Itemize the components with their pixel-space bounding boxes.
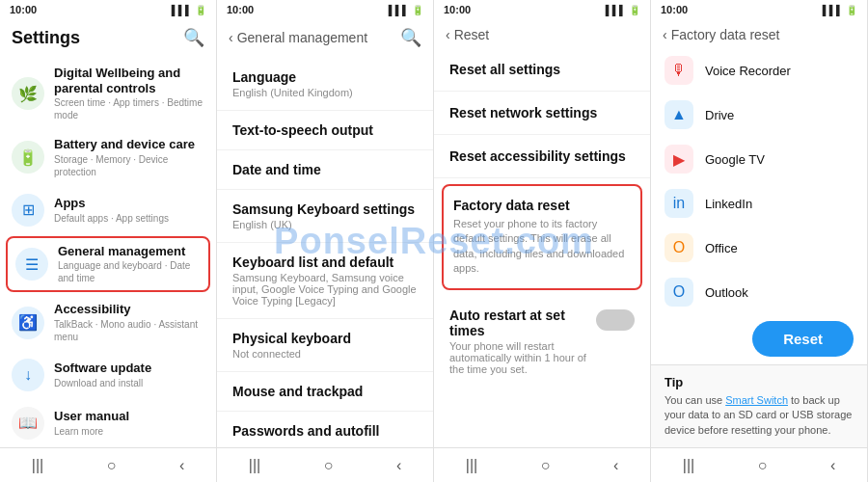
nav-menu-4[interactable]: ||| bbox=[683, 457, 694, 474]
fdr-back[interactable]: ‹ Factory data reset bbox=[663, 27, 780, 42]
settings-item-accessibility[interactable]: ♿ Accessibility TalkBack · Mono audio · … bbox=[0, 294, 216, 351]
voice-recorder-icon: 🎙 bbox=[665, 56, 693, 85]
gm-header: ‹ General management 🔍 bbox=[217, 19, 433, 54]
reset-item-factory-reset[interactable]: Factory data reset Reset your phone to i… bbox=[442, 184, 642, 290]
outlook-name: Outlook bbox=[705, 285, 748, 300]
nav-back-2[interactable]: ‹ bbox=[396, 457, 401, 474]
reset-list: Reset all settings Reset network setting… bbox=[434, 48, 650, 447]
linkedin-icon: in bbox=[665, 189, 693, 218]
google-tv-icon: ▶ bbox=[665, 145, 693, 174]
auto-restart-title: Auto restart at set times bbox=[449, 308, 588, 338]
status-icons-2: ▌▌▌ 🔋 bbox=[389, 5, 423, 15]
reset-header: ‹ Reset bbox=[434, 19, 650, 48]
signal-icon-2: ▌▌▌ bbox=[389, 5, 409, 15]
settings-item-apps[interactable]: ⊞ Apps Default apps · App settings bbox=[0, 186, 216, 234]
tip-title: Tip bbox=[665, 375, 854, 389]
settings-panel: 10:00 ▌▌▌ 🔋 Settings 🔍 🌿 Digital Wellbei… bbox=[0, 0, 217, 482]
settings-item-user-manual[interactable]: 📖 User manual Learn more bbox=[0, 399, 216, 447]
date-time-title: Date and time bbox=[232, 162, 418, 177]
fdr-app-linkedin[interactable]: in LinkedIn bbox=[651, 181, 867, 226]
general-subtitle: Language and keyboard · Date and time bbox=[58, 259, 201, 284]
nav-menu-3[interactable]: ||| bbox=[466, 457, 477, 474]
reset-button[interactable]: Reset bbox=[752, 321, 854, 357]
gm-title: General management bbox=[237, 30, 367, 45]
physical-keyboard-title: Physical keyboard bbox=[232, 331, 418, 346]
settings-item-general[interactable]: ☰ General management Language and keyboa… bbox=[6, 236, 210, 293]
gm-item-mouse-trackpad[interactable]: Mouse and trackpad bbox=[217, 372, 433, 412]
settings-item-software[interactable]: ↓ Software update Download and install bbox=[0, 351, 216, 399]
linkedin-name: LinkedIn bbox=[705, 197, 752, 211]
samsung-keyboard-sub: English (UK) bbox=[232, 219, 418, 230]
gm-item-keyboard-list[interactable]: Keyboard list and default Samsung Keyboa… bbox=[217, 243, 433, 319]
nav-menu-1[interactable]: ||| bbox=[32, 457, 43, 474]
gm-item-language[interactable]: Language English (United Kingdom) bbox=[217, 58, 433, 111]
gm-item-date-time[interactable]: Date and time bbox=[217, 150, 433, 190]
bottom-nav-1: ||| ○ ‹ bbox=[0, 447, 216, 482]
settings-item-digital-wellbeing[interactable]: 🌿 Digital Wellbeing and parental control… bbox=[0, 58, 216, 129]
nav-menu-2[interactable]: ||| bbox=[249, 457, 260, 474]
reset-accessibility-title: Reset accessibility settings bbox=[449, 148, 635, 164]
fdr-app-office[interactable]: O Office bbox=[651, 226, 867, 270]
user-manual-icon: 📖 bbox=[12, 407, 44, 440]
auto-restart-toggle[interactable] bbox=[596, 309, 635, 331]
user-manual-title: User manual bbox=[54, 409, 204, 424]
gm-item-tts[interactable]: Text-to-speech output bbox=[217, 111, 433, 150]
reset-item-reset-all[interactable]: Reset all settings bbox=[434, 48, 650, 92]
signal-icon-4: ▌▌▌ bbox=[823, 5, 843, 15]
factory-reset-panel: 10:00 ▌▌▌ 🔋 ‹ Factory data reset 🎙 Voice… bbox=[651, 0, 868, 482]
apps-title: Apps bbox=[54, 196, 204, 211]
general-management-panel: 10:00 ▌▌▌ 🔋 ‹ General management 🔍 Langu… bbox=[217, 0, 434, 482]
nav-back-1[interactable]: ‹ bbox=[179, 457, 184, 474]
digital-wellbeing-title: Digital Wellbeing and parental controls bbox=[54, 66, 204, 95]
keyboard-list-sub: Samsung Keyboard, Samsung voice input, G… bbox=[232, 272, 418, 307]
fdr-app-outlook[interactable]: O Outlook bbox=[651, 270, 867, 313]
accessibility-subtitle: TalkBack · Mono audio · Assistant menu bbox=[54, 318, 204, 343]
accessibility-title: Accessibility bbox=[54, 302, 204, 317]
keyboard-list-title: Keyboard list and default bbox=[232, 254, 418, 270]
fdr-header: ‹ Factory data reset bbox=[651, 19, 867, 48]
reset-panel: 10:00 ▌▌▌ 🔋 ‹ Reset Reset all settings R… bbox=[434, 0, 651, 482]
wifi-icon-1: 🔋 bbox=[195, 5, 206, 15]
fdr-app-google-tv[interactable]: ▶ Google TV bbox=[651, 137, 867, 181]
office-name: Office bbox=[705, 241, 738, 255]
gm-back[interactable]: ‹ General management bbox=[229, 30, 367, 45]
factory-reset-title: Factory data reset bbox=[453, 198, 631, 213]
status-time-2: 10:00 bbox=[227, 4, 254, 15]
mouse-trackpad-title: Mouse and trackpad bbox=[232, 384, 418, 399]
status-time-3: 10:00 bbox=[444, 4, 471, 15]
status-bar-4: 10:00 ▌▌▌ 🔋 bbox=[651, 0, 867, 19]
reset-item-reset-accessibility[interactable]: Reset accessibility settings bbox=[434, 135, 650, 178]
nav-home-1[interactable]: ○ bbox=[107, 457, 117, 474]
settings-title: Settings bbox=[12, 28, 80, 48]
nav-home-4[interactable]: ○ bbox=[758, 457, 768, 474]
gm-item-passwords[interactable]: Passwords and autofill bbox=[217, 412, 433, 447]
bottom-nav-2: ||| ○ ‹ bbox=[217, 447, 433, 482]
fdr-app-drive[interactable]: ▲ Drive bbox=[651, 93, 867, 137]
battery-icon-2: 🔋 bbox=[412, 5, 423, 15]
fdr-title: Factory data reset bbox=[671, 27, 780, 42]
gm-item-physical-keyboard[interactable]: Physical keyboard Not connected bbox=[217, 319, 433, 372]
auto-restart-sub: Your phone will restart automatically wi… bbox=[449, 340, 588, 375]
nav-back-3[interactable]: ‹ bbox=[613, 457, 618, 474]
nav-home-2[interactable]: ○ bbox=[324, 457, 334, 474]
signal-icon-1: ▌▌▌ bbox=[172, 5, 192, 15]
reset-all-title: Reset all settings bbox=[449, 62, 635, 77]
settings-item-battery[interactable]: 🔋 Battery and device care Storage · Memo… bbox=[0, 129, 216, 186]
reset-back[interactable]: ‹ Reset bbox=[446, 27, 489, 42]
tts-title: Text-to-speech output bbox=[232, 122, 418, 138]
tip-text: You can use Smart Switch to back up your… bbox=[665, 393, 854, 438]
google-tv-name: Google TV bbox=[705, 152, 765, 167]
search-button[interactable]: 🔍 bbox=[183, 27, 204, 48]
smart-switch-link[interactable]: Smart Switch bbox=[725, 394, 788, 406]
auto-restart-row[interactable]: Auto restart at set times Your phone wil… bbox=[434, 296, 650, 387]
nav-home-3[interactable]: ○ bbox=[541, 457, 551, 474]
signal-icon-3: ▌▌▌ bbox=[606, 5, 626, 15]
nav-back-4[interactable]: ‹ bbox=[830, 457, 835, 474]
gm-search-button[interactable]: 🔍 bbox=[400, 27, 421, 48]
fdr-app-voice-recorder[interactable]: 🎙 Voice Recorder bbox=[651, 48, 867, 93]
gm-item-samsung-keyboard[interactable]: Samsung Keyboard settings English (UK) bbox=[217, 190, 433, 243]
reset-item-reset-network[interactable]: Reset network settings bbox=[434, 92, 650, 135]
software-subtitle: Download and install bbox=[54, 377, 204, 389]
digital-wellbeing-icon: 🌿 bbox=[12, 77, 44, 110]
software-title: Software update bbox=[54, 361, 204, 376]
